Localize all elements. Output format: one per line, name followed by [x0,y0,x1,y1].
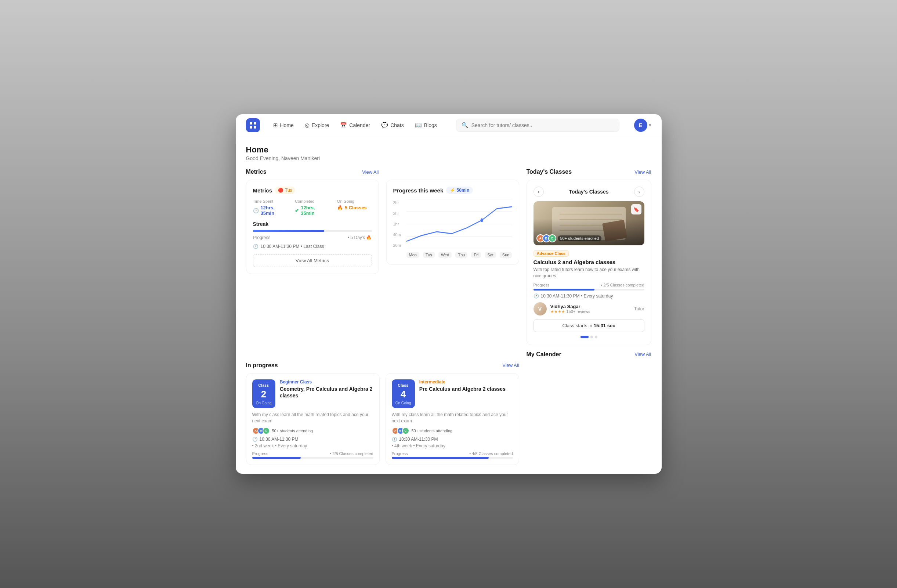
check-icon: ✔ [295,208,299,213]
pc-progress-row-2: Progress • 4/5 Classes completed [392,452,513,456]
chart-area: 3hr 2hr 1hr 40m 20m [393,199,512,258]
streak-progress-bg [253,230,372,232]
class-type-tag-2: Intermediate [419,380,513,384]
nav-blogs[interactable]: 📖 Blogs [410,120,441,131]
streak-progress-fill [253,230,324,232]
ongoing-value: 🔥 5 Classes [337,205,372,210]
schedule-icon-2: 🕐 [392,437,397,442]
in-progress-header: In progress View All [246,362,519,369]
svg-rect-0 [250,122,252,124]
fire-icon-2: 🔥 [337,205,343,210]
class-badge-block-2: Class 4 On Going [392,380,415,409]
attending-avatars-2: A B C [392,427,409,435]
app-window: ⊞ Home ◎ Explore 📅 Calender 💬 Chats 📖 Bl… [236,114,662,474]
pc-desc-1: With my class learn all the math related… [252,412,373,424]
svg-rect-3 [254,126,256,129]
class-desc: With top rated tutors learn how to ace y… [534,266,644,279]
search-bar[interactable]: 🔍 [456,119,619,132]
mini-avatar-3: C [548,234,556,242]
time-spent-label: Time Spent [253,199,288,204]
tutor-row: V Vidhya Sagar ★★★★ 150+ reviews Tutor [534,302,644,315]
nav-home[interactable]: ⊞ Home [269,120,298,131]
chart-y-labels: 3hr 2hr 1hr 40m 20m [393,199,401,249]
app-logo[interactable] [246,118,260,132]
my-calendar-view-all[interactable]: View All [634,351,651,357]
svg-rect-2 [250,126,252,129]
todays-card: ‹ Today's Classes › [527,179,651,345]
completed-label: Completed [295,199,330,204]
stats-row: Time Spent 🕐 12hrs, 35min Completed ✔ 12… [253,199,372,216]
my-calendar-section: My Calender View All [527,351,651,358]
content-area: Home Good Evening, Naveen Manikeri Metri… [236,136,662,474]
pc-schedule-1: 🕐 10:30 AM-11:30 PM [252,437,373,442]
tutor-info: Vidhya Sagar ★★★★ 150+ reviews [550,304,631,314]
chevron-down-icon: ▾ [649,122,651,128]
card-nav-header: ‹ Today's Classes › [534,187,644,197]
star-icon: ★★★★ [550,309,565,314]
progress-card: Progress this week ⚡ 50min 3hr 2hr 1hr 4… [386,179,519,265]
pc-progress-bar-1 [252,457,373,459]
metrics-card-title: Metrics [253,187,272,194]
navbar: ⊞ Home ◎ Explore 📅 Calender 💬 Chats 📖 Bl… [236,114,662,136]
page-subtitle: Good Evening, Naveen Manikeri [246,155,651,161]
nav-explore-label: Explore [312,122,329,128]
pc-header-2: Class 4 On Going Intermediate Pre Calcul… [392,380,513,409]
pc-title-1: Geometry, Pre Calculus and Algebra 2 cla… [280,386,373,399]
pc-progress-row-1: Progress • 2/5 Classes completed [252,452,373,456]
todays-classes-column: Today's Classes View All ‹ Today's Class… [527,168,651,362]
in-progress-view-all[interactable]: View All [502,363,519,368]
in-progress-section: In progress View All Class 2 On Going [246,362,519,465]
avatar[interactable]: E [634,119,647,132]
chart-header: Progress this week ⚡ 50min [393,187,512,194]
attending-avatars-1: A B C [252,427,270,435]
nav-chats[interactable]: 💬 Chats [377,120,408,131]
metrics-title: Metrics [246,168,266,175]
pc-week-2: • 4th week • Every saturday [392,443,513,449]
chat-icon: 💬 [381,122,388,129]
todays-title: Today's Classes [527,168,572,175]
user-dropdown[interactable]: E ▾ [634,119,651,132]
nav-calendar[interactable]: 📅 Calender [335,120,375,131]
progress-column: spacer Progress this week ⚡ 50min 3hr 2h… [386,168,519,362]
time-spent-stat: Time Spent 🕐 12hrs, 35min [253,199,288,216]
progress-card-2: Class 4 On Going Intermediate Pre Calcul… [386,373,519,465]
pc-info-1: Beginner Class Geometry, Pre Calculus an… [280,380,373,409]
schedule-icon: 🕐 [534,294,539,299]
pc-progress-fill-1 [252,457,301,459]
chart-x-labels: Mon Tus Wed Thu Fri Sat Sun [406,252,512,258]
next-button[interactable]: › [634,187,644,197]
search-input[interactable] [471,122,614,128]
view-all-metrics-button[interactable]: View All Metrics [253,254,372,267]
metrics-view-all[interactable]: View All [362,169,378,175]
card-nav-title: Today's Classes [569,189,608,194]
my-calendar-title: My Calender [527,351,562,358]
tutor-avatar: V [534,302,547,315]
nav-home-label: Home [280,122,294,128]
streak-title: Streak [253,221,372,227]
nav-chats-label: Chats [390,122,404,128]
pc-progress-fill-2 [392,457,489,459]
advance-class-badge: Advance Class [534,250,569,257]
main-grid: Metrics View All Metrics 🔴 Tus Time Spen… [246,168,651,362]
enrolled-count: 50+ students enrolled [558,236,602,241]
progress-cards: Class 2 On Going Beginner Class Geometry… [246,373,519,465]
countdown-button[interactable]: Class starts in 15:31 sec [534,319,644,332]
todays-view-all[interactable]: View All [634,169,651,175]
bookmark-button[interactable]: 🔖 [631,204,641,214]
completed-stat: Completed ✔ 12hrs, 35min [295,199,330,216]
progress-section-header: spacer [386,168,519,175]
mini-avatars: A B C [536,234,556,242]
nav-explore[interactable]: ◎ Explore [300,120,334,131]
class-schedule: 🕐 10:30 AM-11:30 PM • Every saturday [534,294,644,299]
svg-rect-1 [254,122,256,124]
nav-blogs-label: Blogs [424,122,437,128]
metrics-card-header: Metrics 🔴 Tus [253,187,372,194]
completed-value: ✔ 12hrs, 35min [295,205,330,216]
class-image: 🔖 A B C 50+ students enrolled [534,201,644,245]
progress-label-row: Progress • 5 Day's 🔥 [253,235,372,240]
class-name: Calculus 2 and Algebra classes [534,259,644,265]
page-title: Home [246,145,651,155]
prev-button[interactable]: ‹ [534,187,544,197]
pc-week-1: • 2nd week • Every saturday [252,443,373,449]
chart-title: Progress this week [393,187,444,194]
